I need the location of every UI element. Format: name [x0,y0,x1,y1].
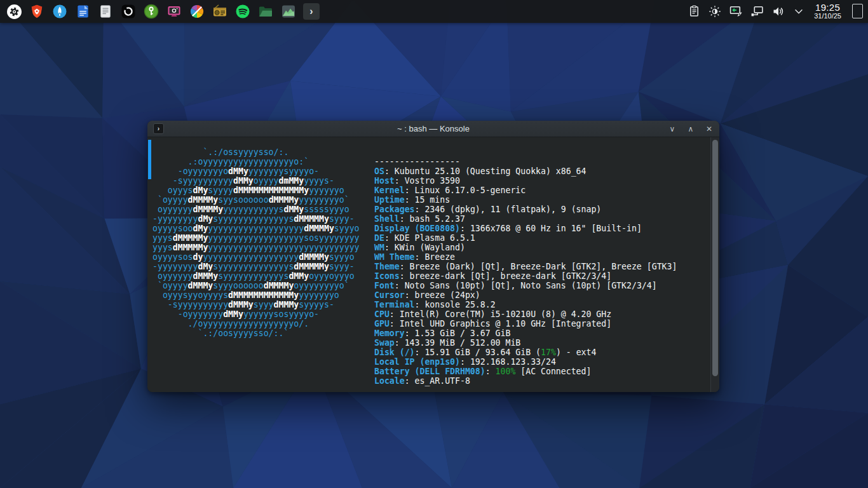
ascii-art-line: `oyyyydMMMMysyysoooooodMMMMyyyyyyyyyo` [153,195,360,205]
volume-icon[interactable] [771,4,785,18]
fetch-line: WM Theme: Breeze [374,252,677,262]
fetch-line: Local IP (enp1s0): 192.168.123.33/24 [374,357,677,367]
ascii-art-line: -oyyyyyyyodMMyyyyyyyysyyyyo- [153,166,360,176]
window-controls: ∨ ∧ ✕ [668,125,714,133]
expand-tray-chevron-icon[interactable] [792,4,806,18]
terminal-scrollbar[interactable] [710,137,719,392]
radio-icon [212,4,227,19]
ascii-art-line: .:oyyyyyyyyyyyyyyyyyyo:` [153,157,360,166]
sidebar-item-radio-app[interactable] [211,3,229,20]
fetch-line: Kernel: Linux 6.17.0-5-generic [374,186,677,195]
window-title: ~ : bash — Konsole [147,124,719,133]
fetch-line: Locale: es_AR.UTF-8 [374,376,677,386]
fetch-line: Display (BOE0808): 868x488 @ 60 Hz in 1… [374,224,677,233]
spotify-icon [235,4,250,19]
discover-rocket-icon [52,4,67,19]
launcher-area: › [5,3,320,20]
scrollbar-thumb[interactable] [712,140,718,376]
ascii-art-line: oyyysyyoyyyysdMMMMMMMMMMMMyyyyyyyyo [153,290,360,300]
fetch-line: Host: Vostro 3590 [374,176,677,186]
maximize-button[interactable]: ∧ [686,125,695,133]
clock-time: 19:25 [814,3,841,13]
fetch-line: Battery (DELL FDRHM08): 100% [AC Connect… [374,367,677,376]
fetch-line: WM: KWin (Wayland) [374,243,677,252]
system-tray: 19:25 31/10/25 [687,3,863,20]
system-monitor-icon [281,4,296,19]
digital-clock[interactable]: 19:25 31/10/25 [814,3,841,20]
krita-palette-icon [189,4,205,19]
fetch-line: DE: KDE Plasma 6.5.1 [374,233,677,243]
sidebar-item-kubuntu-launcher[interactable] [5,3,23,20]
ascii-art-line: -syyyyyyyyyydMMyoyyyydmMMyyyyys- [153,176,360,186]
sidebar-item-keepassxc[interactable] [142,3,160,20]
fetch-line: Icons: breeze-dark [Qt], breeze-dark [GT… [374,271,677,281]
fetch-line: Theme: Breeze (Dark) [Qt], Breeze-Dark [… [374,262,677,271]
fetch-line: Uptime: 15 mins [374,195,677,205]
ascii-art-line: ./oyyyyyyyyyyyyyyyyyyo/. [153,319,360,329]
sidebar-item-dark-o-app[interactable] [119,3,137,20]
brave-icon [29,4,44,19]
writer-document-icon [76,4,90,19]
fetch-line: Packages: 2346 (dpkg), 11 (flatpak), 9 (… [374,205,677,214]
sidebar-item-spectacle[interactable] [165,3,183,20]
brightness-icon[interactable] [708,4,722,18]
show-desktop-button[interactable] [852,4,863,18]
fetch-line: Cursor: breeze (24px) [374,290,677,300]
ascii-art-line: oyyyysosdyyyyyyyyyyyyyyyyyyyydMMMMysyyyo [153,252,360,262]
ascii-art-line: oyyyyyydMMMMyyyyyyyyyyyysdMMysssssyyyo [153,205,360,214]
sidebar-item-file-manager[interactable] [257,3,275,20]
fetch-line: Shell: bash 5.2.37 [374,214,677,224]
fetch-line: Swap: 143.39 MiB / 512.00 MiB [374,338,677,348]
ascii-art-line: -yyyyyyyydMysyyyyyyyyyyyyyysdMMMMMysyyy- [153,214,360,224]
minimize-button[interactable]: ∨ [668,125,677,133]
sidebar-item-libreoffice-writer[interactable] [74,3,92,20]
dark-o-app-icon [121,4,136,19]
ascii-art-line: `oyyyydMMMysyyyoooooodMMMMyoyyyyyyyyo` [153,281,360,290]
fetch-line: Font: Noto Sans (10pt) [Qt], Noto Sans (… [374,281,677,290]
fetch-info: -----------------OS: Kubuntu 25.10 (Ques… [374,157,677,386]
fetch-line: Disk (/): 15.91 GiB / 93.64 GiB (17%) - … [374,348,677,357]
window-titlebar[interactable]: › ~ : bash — Konsole ∨ ∧ ✕ [147,121,719,137]
konsole-app-icon: › [153,123,164,134]
new-output-marker [148,140,151,179]
ascii-art-line: -yyyyyyyydMysyyyyyyyyyyyyyysdMMMMMysyyy- [153,262,360,271]
fetch-line: CPU: Intel(R) Core(TM) i5-10210U (8) @ 4… [374,309,677,319]
spectacle-screenshot-icon [166,4,182,19]
ascii-art-line: oyyyysoodMyyyyyyyyyyyyyyyyyyyydMMMMysyyy… [153,224,360,233]
sidebar-item-text-editor[interactable] [97,3,114,20]
ascii-art-line: `.:/ossyyyysso/:. [153,147,360,157]
top-panel: › [0,0,868,23]
sidebar-item-discover[interactable] [51,3,69,20]
terminal-view[interactable]: `.:/ossyyyysso/:. .:oyyyyyyyyyyyyyyyyyyo… [147,137,719,392]
clipboard-icon[interactable] [687,4,701,18]
chevron-right-icon: › [303,3,320,20]
fetch-separator: ----------------- [374,157,677,166]
ascii-art-line: yyysdMMMMMyyyyyyyyyyyyyyyyyyyyyyyyyyyyyy… [153,243,360,252]
konsole-window: › ~ : bash — Konsole ∨ ∧ ✕ `.:/ossyyyyss… [147,121,719,392]
sidebar-item-brave-browser[interactable] [28,3,46,20]
sidebar-item-system-monitor[interactable] [280,3,297,20]
clock-date: 31/10/25 [814,13,841,20]
wired-network-icon[interactable] [750,4,764,18]
close-button[interactable]: ✕ [705,125,714,133]
ascii-art: `.:/ossyyyysso/:. .:oyyyyyyyyyyyyyyyyyyo… [153,147,360,338]
ascii-art-line: oyyyyyydMMMysyyyyyyyyyyyysdMMyoyyyoyyyo [153,271,360,281]
fetch-line: GPU: Intel UHD Graphics @ 1.10 GHz [Inte… [374,319,677,329]
ascii-art-line: -oyyyyyyydMMyyyyyyysosyyyyo- [153,309,360,319]
fetch-line: Memory: 1.53 GiB / 3.67 GiB [374,329,677,338]
sidebar-item-panel-expander[interactable]: › [302,3,320,20]
ascii-art-line: -syyyyyyyyyydMMMysyyydMMMysyyyys- [153,300,360,309]
ascii-art-line: oyyysdMysyyyydMMMMMMMMMMMMMyyyyyyyo [153,186,360,195]
text-document-icon [98,4,112,19]
ascii-art-line: `.:/oosyyyysso/:.` [153,329,360,338]
kubuntu-logo-icon [6,4,22,20]
fetch-line: OS: Kubuntu 25.10 (Questing Quokka) x86_… [374,166,677,176]
green-folder-icon [258,4,273,19]
software-updates-icon[interactable] [729,4,743,18]
sidebar-item-krita[interactable] [188,3,206,20]
ascii-art-line: yyysdMMMMMyyyyyyyyyyyyyyyyyyyysosyyyyyyy… [153,233,360,243]
fetch-line: Terminal: konsole 25.8.2 [374,300,677,309]
sidebar-item-spotify[interactable] [234,3,252,20]
keepassxc-key-icon [144,4,159,19]
desktop: { "panel": { "launchers": [ {"name": "ku… [0,0,868,488]
